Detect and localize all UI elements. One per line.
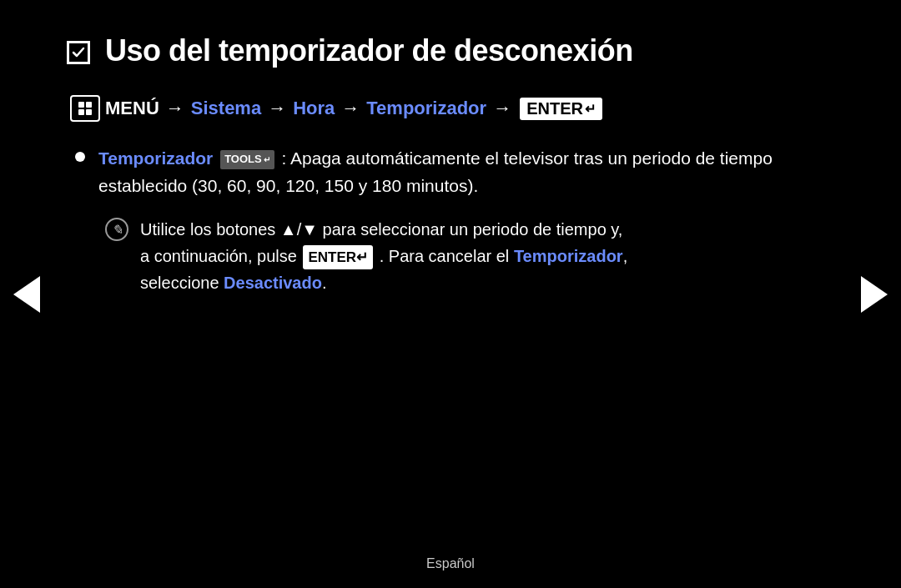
note-line3-prefix: seleccione bbox=[140, 274, 219, 292]
arrow-3: → bbox=[341, 98, 360, 119]
note-section: ✎ Utilice los botones ▲/▼ para seleccion… bbox=[67, 216, 834, 296]
bullet-dot bbox=[75, 152, 85, 162]
arrow-4: → bbox=[493, 98, 511, 119]
menu-sistema: Sistema bbox=[191, 98, 261, 119]
nav-left-arrow[interactable] bbox=[13, 276, 40, 313]
main-content: Uso del temporizador de desconexión MENÚ… bbox=[0, 0, 901, 296]
temporizador-note-highlight: Temporizador bbox=[514, 247, 623, 265]
svg-rect-2 bbox=[78, 109, 84, 115]
footer-language: Español bbox=[426, 556, 475, 570]
note-line3-suffix: . bbox=[322, 274, 327, 292]
page-title: Uso del temporizador de desconexión bbox=[105, 33, 633, 68]
menu-hora: Hora bbox=[293, 98, 335, 119]
enter-label: ENTER bbox=[526, 99, 583, 118]
enter-inline-badge: ENTER↵ bbox=[303, 245, 373, 269]
enter-inline-label: ENTER bbox=[308, 246, 356, 269]
menu-icon bbox=[70, 95, 100, 122]
note-line1: Utilice los botones ▲/▼ para seleccionar… bbox=[140, 220, 622, 239]
note-line2-prefix: a continuación, pulse bbox=[140, 247, 297, 265]
desactivado-highlight: Desactivado bbox=[224, 274, 322, 292]
menu-temporizador: Temporizador bbox=[366, 98, 486, 119]
footer: Español bbox=[0, 556, 901, 571]
enter-badge: ENTER↵ bbox=[520, 98, 602, 120]
bullet-section: Temporizador TOOLS↵ : Apaga automáticame… bbox=[67, 145, 834, 199]
tools-badge: TOOLS↵ bbox=[220, 150, 274, 168]
arrow-1: → bbox=[166, 98, 184, 119]
svg-rect-3 bbox=[86, 109, 92, 115]
note-icon: ✎ bbox=[105, 218, 128, 241]
menu-label: MENÚ bbox=[105, 98, 159, 119]
nav-right-arrow[interactable] bbox=[861, 276, 888, 313]
arrow-2: → bbox=[268, 98, 286, 119]
note-line2-suffix: , bbox=[623, 247, 628, 265]
bullet-content: Temporizador TOOLS↵ : Apaga automáticame… bbox=[98, 145, 834, 199]
temporizador-highlight: Temporizador bbox=[98, 148, 213, 168]
checkbox-icon bbox=[67, 41, 90, 64]
svg-rect-0 bbox=[78, 102, 84, 108]
note-line2-middle: . Para cancelar el bbox=[380, 247, 510, 265]
menu-path: MENÚ → Sistema → Hora → Temporizador → E… bbox=[67, 95, 834, 122]
page-title-section: Uso del temporizador de desconexión bbox=[67, 33, 834, 68]
svg-rect-1 bbox=[86, 102, 92, 108]
tools-label: TOOLS bbox=[224, 151, 262, 168]
note-content: Utilice los botones ▲/▼ para seleccionar… bbox=[140, 216, 627, 296]
